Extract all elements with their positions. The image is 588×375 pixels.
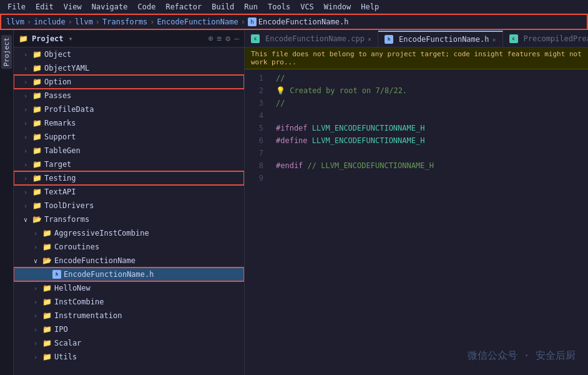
menu-build[interactable]: Build xyxy=(208,1,238,12)
tree-item-coroutines[interactable]: ›📁Coroutines xyxy=(14,240,244,254)
tree-item-profiledata[interactable]: ›📁ProfileData xyxy=(14,102,244,116)
tree-item-scalar[interactable]: ›📁Scalar xyxy=(14,336,244,350)
tree-item-tablegen[interactable]: ›📁TableGen xyxy=(14,144,244,158)
code-content[interactable]: // 💡 Created by root on 7/8/22. // #ifnd… xyxy=(270,72,588,372)
tree-item-object[interactable]: ›📁Object xyxy=(14,48,244,61)
sidebar-tab-label[interactable]: Project xyxy=(1,35,12,69)
code-line-6: #define LLVM_ENCODEFUNCTIONNAME_H xyxy=(276,134,588,147)
project-header: 📁 Project ▾ ⊕ ≡ ⚙ — xyxy=(14,30,244,48)
tree-item-transforms[interactable]: ∨📂Transforms xyxy=(14,212,244,226)
breadcrumb-transforms[interactable]: Transforms xyxy=(102,18,147,26)
h-file-icon-tab: h xyxy=(385,35,393,44)
tab-encodefunctionname-h[interactable]: h EncodeFunctionName.h ✕ xyxy=(378,31,503,47)
tree-item-instrumentation[interactable]: ›📁Instrumentation xyxy=(14,309,244,322)
tree-item-support[interactable]: ›📁Support xyxy=(14,130,244,144)
tab-encodefunctionname-cpp[interactable]: c EncodeFunctionName.cpp ✕ xyxy=(245,31,378,47)
menu-window[interactable]: Window xyxy=(320,1,355,12)
project-title: Project xyxy=(32,34,64,43)
breadcrumb-file[interactable]: h EncodeFunctionName.h xyxy=(248,18,349,26)
breadcrumb-bar: llvm › include › llvm › Transforms › Enc… xyxy=(0,14,588,30)
warning-bar: This file does not belong to any project… xyxy=(245,48,588,69)
tree-item-option[interactable]: ›📁Option xyxy=(14,75,244,89)
tab-precompiled[interactable]: c PrecompiledPrea... ✕ xyxy=(503,31,588,47)
tree-item-hellonew[interactable]: ›📁HelloNew xyxy=(14,281,244,295)
warning-text: This file does not belong to any project… xyxy=(251,50,582,66)
breadcrumb-llvm[interactable]: llvm xyxy=(6,18,24,26)
collapse-icon[interactable]: ≡ xyxy=(217,34,222,43)
tree-item-ipo[interactable]: ›📁IPO xyxy=(14,322,244,336)
code-line-8: #endif // LLVM_ENCODEFUNCTIONNAME_H xyxy=(276,159,588,172)
settings-icon[interactable]: ⚙ xyxy=(225,34,230,43)
breadcrumb-include[interactable]: include xyxy=(34,18,66,26)
menubar: File Edit View Navigate Code Refactor Bu… xyxy=(0,0,588,14)
sidebar-toggle[interactable]: Project xyxy=(0,30,14,375)
tree-item-encodefunctionname[interactable]: ∨📂EncodeFunctionName xyxy=(14,254,244,268)
main-layout: Project 📁 Project ▾ ⊕ ≡ ⚙ — ›📁Object ›📁O… xyxy=(0,30,588,375)
cpp-file-icon: c xyxy=(251,34,260,43)
tree-item-tooldrivers[interactable]: ›📁ToolDrivers xyxy=(14,199,244,212)
locate-icon[interactable]: ⊕ xyxy=(208,34,213,43)
project-header-actions: ⊕ ≡ ⚙ — xyxy=(208,34,239,43)
h-file-icon: h xyxy=(52,270,61,279)
folder-icon: 📁 xyxy=(19,34,28,43)
code-line-2: 💡 Created by root on 7/8/22. xyxy=(276,84,588,97)
tree-item-passes[interactable]: ›📁Passes xyxy=(14,89,244,102)
precompiled-file-icon: c xyxy=(509,34,518,43)
code-line-4 xyxy=(276,109,588,122)
close-panel-icon[interactable]: — xyxy=(234,34,239,43)
menu-vcs[interactable]: VCS xyxy=(296,1,318,12)
tabs-bar: c EncodeFunctionName.cpp ✕ h EncodeFunct… xyxy=(245,30,588,48)
tree-item-testing[interactable]: ›📁Testing xyxy=(14,171,244,185)
header-file-icon: h xyxy=(248,18,257,26)
menu-edit[interactable]: Edit xyxy=(32,1,57,12)
menu-help[interactable]: Help xyxy=(357,1,383,12)
editor-area: c EncodeFunctionName.cpp ✕ h EncodeFunct… xyxy=(245,30,588,375)
breadcrumb-encodefunctionname[interactable]: EncodeFunctionName xyxy=(157,18,238,26)
project-panel: 📁 Project ▾ ⊕ ≡ ⚙ — ›📁Object ›📁ObjectYAM… xyxy=(14,30,245,375)
menu-view[interactable]: View xyxy=(60,1,86,12)
code-line-3: // xyxy=(276,97,588,109)
menu-refactor[interactable]: Refactor xyxy=(162,1,205,12)
tree-item-textapi[interactable]: ›📁TextAPI xyxy=(14,185,244,199)
menu-run[interactable]: Run xyxy=(240,1,262,12)
code-line-5: #ifndef LLVM_ENCODEFUNCTIONNAME_H xyxy=(276,122,588,134)
menu-file[interactable]: File xyxy=(4,1,29,12)
code-line-9 xyxy=(276,172,588,184)
tree-item-remarks[interactable]: ›📁Remarks xyxy=(14,116,244,130)
tree-item-encodefunctionname-h[interactable]: › h EncodeFunctionName.h xyxy=(14,268,244,281)
menu-tools[interactable]: Tools xyxy=(264,1,294,12)
tree-item-utils[interactable]: ›📁Utils xyxy=(14,350,244,364)
code-line-7 xyxy=(276,147,588,159)
line-numbers: 1 2 3 4 5 6 7 8 9 xyxy=(245,72,270,372)
breadcrumb-llvm2[interactable]: llvm xyxy=(75,18,93,26)
watermark: 微信公众号 · 安全后厨 xyxy=(468,349,576,362)
tree-item-target[interactable]: ›📁Target xyxy=(14,158,244,171)
menu-navigate[interactable]: Navigate xyxy=(88,1,132,12)
tree-item-aggressiveinstcombine[interactable]: ›📁AggressiveInstCombine xyxy=(14,226,244,240)
tree-item-objectyaml[interactable]: ›📁ObjectYAML xyxy=(14,61,244,75)
tab-close-cpp[interactable]: ✕ xyxy=(368,36,371,42)
menu-code[interactable]: Code xyxy=(134,1,160,12)
code-editor[interactable]: 1 2 3 4 5 6 7 8 9 // 💡 Created by root o… xyxy=(245,69,588,375)
tab-close-h[interactable]: ✕ xyxy=(492,36,496,43)
code-line-1: // xyxy=(276,72,588,84)
tree-item-instcombine[interactable]: ›📁InstCombine xyxy=(14,295,244,309)
file-tree: ›📁Object ›📁ObjectYAML ›📁Option ›📁Passes … xyxy=(14,48,244,375)
